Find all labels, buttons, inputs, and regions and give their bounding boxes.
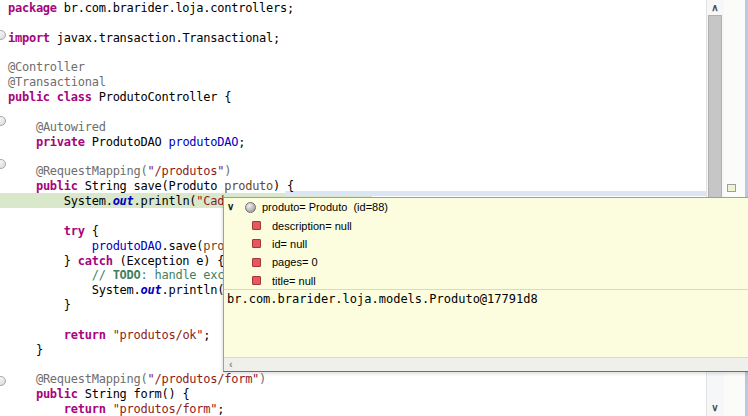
- private-field-icon: [252, 239, 261, 248]
- code-line[interactable]: @Transactional: [8, 75, 106, 90]
- code-line[interactable]: return "produtos/ok";: [8, 328, 210, 343]
- code-line[interactable]: return "produtos/form";: [8, 402, 224, 416]
- ruler-current-line-marker[interactable]: [727, 184, 736, 192]
- variable-tree[interactable]: ∨ produto= Produto (id=88) description= …: [224, 198, 748, 289]
- variable-field-label: id= null: [272, 238, 307, 250]
- code-line[interactable]: @RequestMapping("/produtos/form"): [8, 372, 266, 387]
- code-line[interactable]: // TODO: handle exc: [8, 268, 224, 283]
- code-line[interactable]: @RequestMapping("/produtos"): [8, 164, 231, 179]
- code-line[interactable]: import javax.transaction.Transactional;: [8, 31, 280, 46]
- code-line[interactable]: private ProdutoDAO produtoDAO;: [8, 135, 245, 150]
- private-field-icon: [252, 221, 261, 230]
- variable-detail-pane[interactable]: br.com.brarider.loja.models.Produto@1779…: [224, 289, 748, 358]
- scroll-up-icon[interactable]: ∧: [706, 1, 724, 15]
- code-line[interactable]: }: [8, 343, 43, 358]
- tooltip-horizontal-scrollbar[interactable]: ‹: [224, 357, 748, 371]
- code-line[interactable]: try {: [8, 224, 99, 239]
- code-line[interactable]: System.out.println("Cad: [8, 194, 224, 209]
- code-line[interactable]: System.out.println(: [8, 283, 224, 298]
- variable-field-row[interactable]: pages= 0: [224, 253, 748, 271]
- variable-field-label: pages= 0: [272, 256, 318, 268]
- variable-field-label: title= null: [272, 275, 316, 287]
- code-line[interactable]: @Autowired: [8, 120, 106, 135]
- debug-variable-tooltip: ∨ produto= Produto (id=88) description= …: [223, 197, 748, 372]
- code-line[interactable]: public class ProdutoController {: [8, 90, 231, 105]
- variable-field-row[interactable]: description= null: [224, 216, 748, 234]
- code-line[interactable]: public String form() {: [8, 387, 189, 402]
- variable-field-label: description= null: [272, 220, 352, 232]
- scroll-down-icon[interactable]: ∨: [706, 401, 724, 415]
- vertical-scrollbar-thumb[interactable]: [708, 15, 722, 203]
- eclipse-editor-window: package br.com.brarider.loja.controllers…: [0, 0, 748, 416]
- scroll-left-icon[interactable]: ‹: [229, 358, 233, 371]
- variable-root-row[interactable]: ∨ produto= Produto (id=88): [224, 198, 748, 216]
- code-line[interactable]: } catch (Exception e) {: [8, 254, 224, 269]
- code-line[interactable]: produtoDAO.save(pro: [8, 239, 224, 254]
- code-line[interactable]: }: [8, 298, 71, 313]
- code-line[interactable]: public String save(Produto produto) {: [8, 179, 294, 194]
- private-field-icon: [252, 276, 261, 285]
- code-line[interactable]: package br.com.brarider.loja.controllers…: [8, 1, 294, 16]
- variable-field-row[interactable]: id= null: [224, 235, 748, 253]
- chevron-down-icon[interactable]: ∨: [227, 202, 239, 212]
- variable-icon: [245, 202, 256, 213]
- variable-field-row[interactable]: title= null: [224, 272, 748, 290]
- variable-root-label: produto= Produto (id=88): [262, 201, 388, 213]
- occurrence-highlight: [285, 191, 706, 196]
- private-field-icon: [252, 258, 261, 267]
- code-line[interactable]: @Controller: [8, 60, 85, 75]
